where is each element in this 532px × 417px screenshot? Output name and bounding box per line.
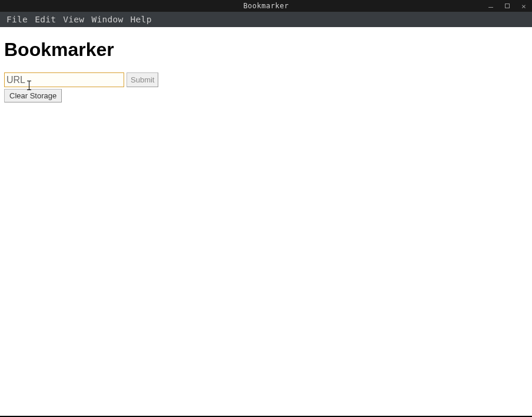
minimize-button[interactable] <box>483 0 499 12</box>
menu-view[interactable]: View <box>60 15 87 24</box>
page-heading: Bookmarker <box>4 39 528 61</box>
close-icon: × <box>521 2 526 10</box>
url-input[interactable] <box>4 72 124 87</box>
content-area: Bookmarker Submit Clear Storage <box>0 27 532 416</box>
menu-edit[interactable]: Edit <box>32 15 59 24</box>
window-controls: × <box>483 0 532 12</box>
submit-button[interactable]: Submit <box>127 72 158 87</box>
maximize-button[interactable] <box>499 0 516 12</box>
maximize-icon <box>505 4 510 8</box>
titlebar: Bookmarker × <box>0 0 532 12</box>
menu-file[interactable]: File <box>4 15 31 24</box>
menu-window[interactable]: Window <box>88 15 126 24</box>
window-title: Bookmarker <box>243 2 288 10</box>
minimize-icon <box>488 7 493 8</box>
url-form-row: Submit <box>4 72 528 87</box>
menubar: File Edit View Window Help <box>0 12 532 27</box>
menu-help[interactable]: Help <box>128 15 155 24</box>
clear-storage-button[interactable]: Clear Storage <box>4 89 62 102</box>
close-button[interactable]: × <box>516 0 532 12</box>
